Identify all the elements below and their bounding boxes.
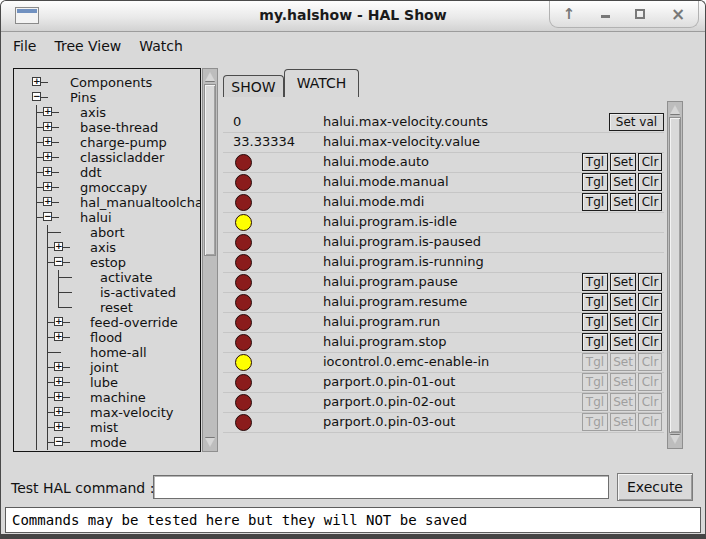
tree-node-label[interactable]: base-thread: [80, 120, 158, 135]
clr-button[interactable]: Clr: [638, 173, 662, 191]
minimize-icon[interactable]: [601, 7, 610, 21]
scroll-up-icon[interactable]: [203, 70, 217, 84]
tree-node-label[interactable]: Components: [70, 75, 152, 90]
expand-icon[interactable]: +: [54, 422, 63, 431]
tgl-button[interactable]: Tgl: [582, 153, 608, 171]
set-button[interactable]: Set: [610, 333, 636, 351]
menu-file[interactable]: File: [13, 38, 36, 54]
set-button[interactable]: Set: [610, 273, 636, 291]
title-bar[interactable]: my.halshow - HAL Show ↑ ×: [1, 1, 705, 32]
expand-icon[interactable]: +: [43, 167, 52, 176]
expand-icon[interactable]: +: [43, 152, 52, 161]
tgl-button[interactable]: Tgl: [582, 173, 608, 191]
tree-node-gmoccapy[interactable]: +gmoccapy: [14, 180, 200, 195]
clr-button[interactable]: Clr: [638, 273, 662, 291]
tree-node-reset[interactable]: reset: [14, 300, 200, 315]
scroll-down-icon[interactable]: [203, 436, 217, 450]
tree-node-label[interactable]: gmoccapy: [80, 180, 147, 195]
set-button[interactable]: Set: [610, 293, 636, 311]
expand-icon[interactable]: +: [54, 377, 63, 386]
tree-node-mist[interactable]: +mist: [14, 420, 200, 435]
expand-icon[interactable]: +: [54, 392, 63, 401]
expand-icon[interactable]: +: [43, 197, 52, 206]
expand-icon[interactable]: +: [54, 332, 63, 341]
tree-node-axis[interactable]: +axis: [14, 105, 200, 120]
tree-node-label[interactable]: joint: [90, 360, 119, 375]
tree-node-label[interactable]: home-all: [90, 345, 147, 360]
tgl-button[interactable]: Tgl: [582, 273, 608, 291]
close-icon[interactable]: ×: [671, 7, 685, 21]
collapse-icon[interactable]: −: [54, 437, 63, 446]
tree-node-label[interactable]: abort: [90, 225, 125, 240]
watch-scrollbar[interactable]: [667, 101, 683, 449]
tree-node-label[interactable]: axis: [90, 240, 116, 255]
tree-node-feed-override[interactable]: +feed-override: [14, 315, 200, 330]
hal-command-input[interactable]: [153, 475, 609, 499]
tree-node-label[interactable]: charge-pump: [80, 135, 167, 150]
tree-node-label[interactable]: Pins: [70, 90, 96, 105]
tree-node-label[interactable]: feed-override: [90, 315, 178, 330]
clr-button[interactable]: Clr: [638, 313, 662, 331]
tree-node-activate[interactable]: activate: [14, 270, 200, 285]
tree-node-is-activated[interactable]: is-activated: [14, 285, 200, 300]
tree-node-home-all[interactable]: home-all: [14, 345, 200, 360]
clr-button[interactable]: Clr: [638, 153, 662, 171]
tree-node-abort[interactable]: abort: [14, 225, 200, 240]
expand-icon[interactable]: +: [32, 77, 41, 86]
scroll-up-icon[interactable]: [668, 103, 682, 117]
scroll-down-icon[interactable]: [668, 433, 682, 447]
maximize-icon[interactable]: [635, 7, 645, 21]
tree-node-joint[interactable]: +joint: [14, 360, 200, 375]
tree-node-ddt[interactable]: +ddt: [14, 165, 200, 180]
tree-node-label[interactable]: mist: [90, 420, 118, 435]
tree-node-machine[interactable]: +machine: [14, 390, 200, 405]
expand-icon[interactable]: +: [54, 407, 63, 416]
tree-scrollbar[interactable]: [202, 68, 218, 452]
tree-node-label[interactable]: lube: [90, 375, 118, 390]
tree-node-estop[interactable]: −estop: [14, 255, 200, 270]
tree-node-Components[interactable]: +Components: [14, 75, 200, 90]
tree-node-label[interactable]: reset: [100, 300, 133, 315]
tree-node-label[interactable]: halui: [80, 210, 112, 225]
tree-node-label[interactable]: axis: [80, 105, 106, 120]
tree-node-mode[interactable]: −mode: [14, 435, 200, 450]
set-val-button[interactable]: Set val: [609, 113, 664, 131]
tree-node-classicladder[interactable]: +classicladder: [14, 150, 200, 165]
tree-node-halui[interactable]: −halui: [14, 210, 200, 225]
tree-node-label[interactable]: max-velocity: [90, 405, 173, 420]
tgl-button[interactable]: Tgl: [582, 313, 608, 331]
set-button[interactable]: Set: [610, 313, 636, 331]
tree-node-label[interactable]: activate: [100, 270, 153, 285]
shade-icon[interactable]: ↑: [563, 7, 576, 21]
expand-icon[interactable]: +: [54, 242, 63, 251]
tree-node-max-velocity[interactable]: +max-velocity: [14, 405, 200, 420]
clr-button[interactable]: Clr: [638, 333, 662, 351]
expand-icon[interactable]: +: [54, 362, 63, 371]
set-button[interactable]: Set: [610, 193, 636, 211]
tgl-button[interactable]: Tgl: [582, 293, 608, 311]
tree-node-label[interactable]: estop: [90, 255, 126, 270]
tree-node-base-thread[interactable]: +base-thread: [14, 120, 200, 135]
collapse-icon[interactable]: −: [32, 92, 41, 101]
tgl-button[interactable]: Tgl: [582, 193, 608, 211]
tree-node-lube[interactable]: +lube: [14, 375, 200, 390]
tree-node-Pins[interactable]: −Pins: [14, 90, 200, 105]
collapse-icon[interactable]: −: [54, 257, 63, 266]
tree-node-hal_manualtoolchan[interactable]: +hal_manualtoolchan: [14, 195, 200, 210]
tree-node-label[interactable]: is-activated: [100, 285, 176, 300]
tab-show[interactable]: SHOW: [223, 75, 284, 97]
clr-button[interactable]: Clr: [638, 293, 662, 311]
tree-node-charge-pump[interactable]: +charge-pump: [14, 135, 200, 150]
expand-icon[interactable]: +: [43, 122, 52, 131]
tree-scrollbar-thumb[interactable]: [204, 84, 216, 256]
menu-tree-view[interactable]: Tree View: [54, 38, 121, 54]
tab-watch[interactable]: WATCH: [284, 69, 359, 97]
tree-node-label[interactable]: mode: [90, 435, 127, 450]
collapse-icon[interactable]: −: [43, 212, 52, 221]
expand-icon[interactable]: +: [54, 317, 63, 326]
clr-button[interactable]: Clr: [638, 193, 662, 211]
execute-button[interactable]: Execute: [617, 473, 693, 501]
tree-node-axis[interactable]: +axis: [14, 240, 200, 255]
menu-watch[interactable]: Watch: [139, 38, 183, 54]
expand-icon[interactable]: +: [43, 107, 52, 116]
